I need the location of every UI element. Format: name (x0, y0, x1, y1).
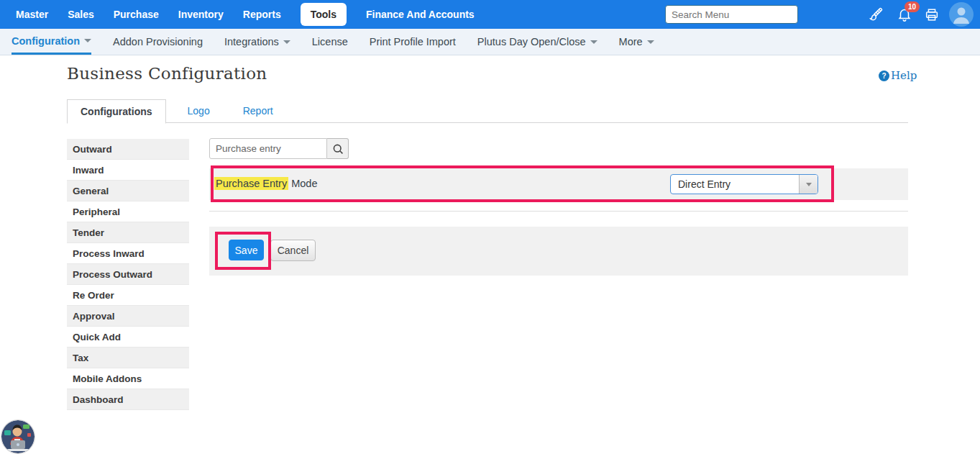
top-navigation-bar: Master Sales Purchase Inventory Reports … (0, 0, 980, 29)
settings-search (209, 138, 349, 159)
subnav-item-print-profile-import[interactable]: Print Profile Import (370, 29, 456, 55)
subnav-integrations-label: Integrations (224, 36, 279, 47)
sidebar-item-inward[interactable]: Inward (67, 160, 189, 181)
sidebar-item-process-outward[interactable]: Process Outward (67, 264, 189, 285)
purchase-entry-mode-dropdown[interactable]: Direct Entry (670, 174, 818, 194)
topnav-item-tools[interactable]: Tools (301, 3, 347, 26)
topnav-item-finance-and-accounts[interactable]: Finance And Accounts (366, 9, 475, 20)
support-person-illustration (1, 420, 35, 453)
topnav-item-reports[interactable]: Reports (243, 9, 281, 20)
subnav-more-label: More (619, 36, 643, 47)
topnav-item-purchase[interactable]: Purchase (114, 9, 159, 20)
help-link[interactable]: ? Help (879, 69, 917, 82)
subnav-item-addon-provisioning[interactable]: Addon Provisioning (113, 29, 203, 55)
support-chat-widget[interactable] (1, 420, 35, 453)
search-menu-input[interactable] (665, 5, 798, 24)
tab-configurations[interactable]: Configurations (67, 99, 166, 124)
chevron-down-icon (590, 40, 597, 44)
chevron-down-icon (647, 40, 654, 44)
subnav-item-configuration[interactable]: Configuration (12, 29, 91, 55)
subnav-plutus-day-label: Plutus Day Open/Close (477, 36, 586, 47)
chevron-down-icon (84, 39, 91, 42)
search-icon (332, 143, 344, 155)
question-mark-icon: ? (879, 71, 889, 81)
theme-brush-icon[interactable] (867, 6, 884, 26)
subnav-configuration-label: Configuration (12, 35, 80, 47)
setting-label: Purchase Entry Mode (214, 178, 317, 189)
action-button-strip: Save Cancel (209, 227, 908, 276)
notification-count-badge: 10 (905, 1, 920, 12)
sidebar-item-general[interactable]: General (67, 181, 189, 201)
sidebar-item-quick-add[interactable]: Quick Add (67, 327, 189, 348)
chevron-down-icon (806, 183, 812, 186)
tools-sub-navigation: Configuration Addon Provisioning Integra… (0, 29, 980, 55)
search-highlighted-text: Purchase Entry (214, 177, 288, 190)
sidebar-item-mobile-addons[interactable]: Mobile Addons (67, 368, 189, 389)
empty-setting-row (209, 200, 908, 212)
subnav-item-more[interactable]: More (619, 29, 654, 55)
tab-logo[interactable]: Logo (175, 99, 223, 123)
page-title: Business Configuration (67, 64, 267, 83)
chevron-down-icon (283, 40, 290, 44)
sidebar-item-re-order[interactable]: Re Order (67, 285, 189, 306)
tab-report[interactable]: Report (230, 99, 286, 123)
dropdown-arrow-button[interactable] (799, 175, 818, 194)
sidebar-item-dashboard[interactable]: Dashboard (67, 389, 189, 410)
setting-label-rest: Mode (288, 178, 317, 189)
subnav-item-plutus-day-open-close[interactable]: Plutus Day Open/Close (477, 29, 597, 55)
sidebar-item-tender[interactable]: Tender (67, 222, 189, 243)
topnav-item-inventory[interactable]: Inventory (178, 9, 224, 20)
settings-search-button[interactable] (327, 138, 349, 159)
subnav-item-license[interactable]: License (312, 29, 348, 55)
sidebar-item-peripheral[interactable]: Peripheral (67, 201, 189, 222)
sidebar-item-process-inward[interactable]: Process Inward (67, 243, 189, 264)
subnav-item-integrations[interactable]: Integrations (224, 29, 290, 55)
configuration-category-list: Outward Inward General Peripheral Tender… (67, 139, 189, 410)
dropdown-selected-value: Direct Entry (671, 178, 799, 190)
sidebar-item-tax[interactable]: Tax (67, 348, 189, 368)
help-label: Help (891, 69, 917, 82)
topnav-item-sales[interactable]: Sales (68, 9, 94, 20)
sidebar-item-approval[interactable]: Approval (67, 306, 189, 327)
settings-search-input[interactable] (209, 138, 327, 159)
setting-row-purchase-entry-mode: Purchase Entry Mode Direct Entry (209, 168, 908, 200)
top-nav-menu: Master Sales Purchase Inventory Reports … (0, 3, 475, 26)
save-button[interactable]: Save (229, 240, 264, 260)
user-avatar[interactable] (949, 2, 974, 27)
printer-icon[interactable] (924, 7, 940, 26)
business-configuration-page: Master Sales Purchase Inventory Reports … (0, 0, 980, 454)
cancel-button[interactable]: Cancel (270, 240, 316, 261)
topnav-item-master[interactable]: Master (16, 9, 48, 20)
configuration-tabs: Configurations Logo Report (67, 99, 286, 123)
sidebar-item-outward[interactable]: Outward (67, 139, 189, 160)
